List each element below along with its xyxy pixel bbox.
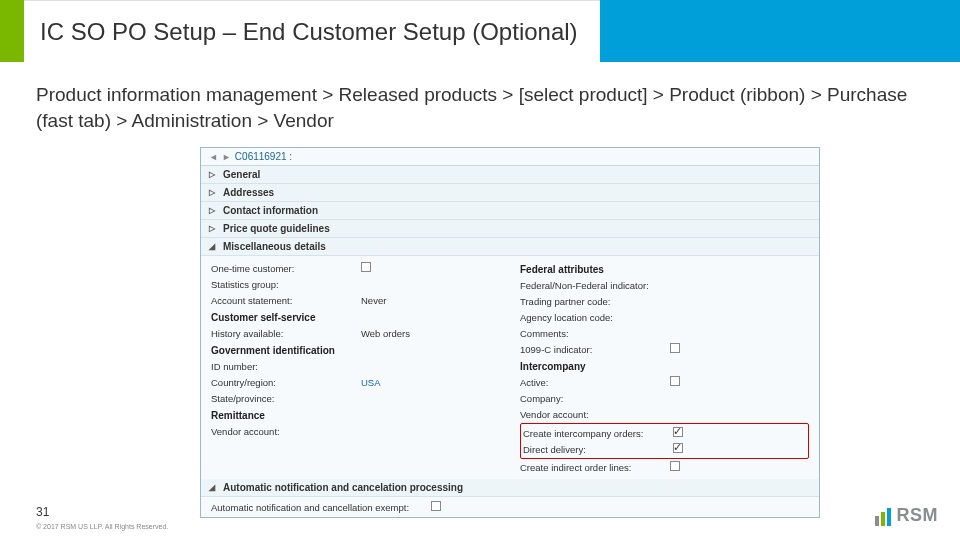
misc-details-body: One-time customer: Statistics group: Acc… bbox=[201, 256, 819, 479]
copyright-text: © 2017 RSM US LLP. All Rights Reserved. bbox=[36, 523, 168, 530]
checkbox[interactable] bbox=[361, 262, 371, 272]
field-trading-partner: Trading partner code: bbox=[520, 293, 809, 309]
caret-right-icon: ▷ bbox=[209, 206, 217, 215]
slide-footer: 31 © 2017 RSM US LLP. All Rights Reserve… bbox=[36, 505, 168, 530]
field-label: One-time customer: bbox=[211, 263, 361, 274]
field-vendor-account-remit: Vendor account: bbox=[211, 423, 500, 439]
field-value bbox=[361, 262, 500, 274]
field-direct-delivery: Direct delivery: bbox=[523, 441, 806, 457]
field-label: Federal/Non-Federal indicator: bbox=[520, 280, 670, 291]
field-auto-exempt: Automatic notification and cancellation … bbox=[211, 499, 500, 515]
page-number: 31 bbox=[36, 505, 168, 519]
field-federal-indicator: Federal/Non-Federal indicator: bbox=[520, 277, 809, 293]
section-addresses[interactable]: ▷Addresses bbox=[201, 184, 819, 202]
field-1099c: 1099-C indicator: bbox=[520, 341, 809, 357]
field-value bbox=[673, 443, 806, 455]
section-label: Automatic notification and cancelation p… bbox=[223, 482, 463, 493]
header-title-area: IC SO PO Setup – End Customer Setup (Opt… bbox=[24, 0, 600, 62]
field-label: Account statement: bbox=[211, 295, 361, 306]
field-label: Company: bbox=[520, 393, 670, 404]
rsm-logo-text: RSM bbox=[897, 505, 939, 526]
field-create-indirect-order-lines: Create indirect order lines: bbox=[520, 459, 809, 475]
right-column bbox=[510, 499, 819, 515]
field-label: Automatic notification and cancellation … bbox=[211, 502, 431, 513]
checkbox[interactable] bbox=[431, 501, 441, 511]
field-create-intercompany-orders: Create intercompany orders: bbox=[523, 425, 806, 441]
field-label: Active: bbox=[520, 377, 670, 388]
section-label: General bbox=[223, 169, 260, 180]
field-label: State/province: bbox=[211, 393, 361, 404]
field-state-province: State/province: bbox=[211, 390, 500, 406]
section-contact[interactable]: ▷Contact information bbox=[201, 202, 819, 220]
section-label: Addresses bbox=[223, 187, 274, 198]
caret-right-icon: ▷ bbox=[209, 224, 217, 233]
field-history-available: History available: Web orders bbox=[211, 325, 500, 341]
auto-notification-body: Automatic notification and cancellation … bbox=[201, 497, 819, 517]
field-value[interactable]: USA bbox=[361, 377, 500, 388]
field-label: ID number: bbox=[211, 361, 361, 372]
field-value bbox=[670, 343, 809, 355]
field-ic-active: Active: bbox=[520, 374, 809, 390]
page-title: IC SO PO Setup – End Customer Setup (Opt… bbox=[40, 18, 578, 46]
section-general[interactable]: ▷General bbox=[201, 166, 819, 184]
right-column: Federal attributes Federal/Non-Federal i… bbox=[510, 260, 819, 475]
section-label: Contact information bbox=[223, 205, 318, 216]
checkbox-checked[interactable] bbox=[673, 427, 683, 437]
field-label: Statistics group: bbox=[211, 279, 361, 290]
field-label: Country/region: bbox=[211, 377, 361, 388]
field-label: Agency location code: bbox=[520, 312, 670, 323]
field-label: Comments: bbox=[520, 328, 670, 339]
slide-header: IC SO PO Setup – End Customer Setup (Opt… bbox=[0, 0, 960, 62]
caret-down-icon: ◢ bbox=[209, 483, 217, 492]
field-ic-company: Company: bbox=[520, 390, 809, 406]
checkbox[interactable] bbox=[670, 461, 680, 471]
section-misc-details[interactable]: ◢Miscellaneous details bbox=[201, 238, 819, 256]
subheading-intercompany: Intercompany bbox=[520, 361, 809, 372]
field-label: Vendor account: bbox=[211, 426, 361, 437]
field-value bbox=[670, 376, 809, 388]
field-label: History available: bbox=[211, 328, 361, 339]
section-price-quote[interactable]: ▷Price quote guidelines bbox=[201, 220, 819, 238]
field-ic-vendor-account: Vendor account: bbox=[520, 406, 809, 422]
field-country-region: Country/region: USA bbox=[211, 374, 500, 390]
section-label: Price quote guidelines bbox=[223, 223, 330, 234]
rsm-logo-bars-icon bbox=[875, 508, 891, 526]
erp-screenshot-panel: ◄ ► C06116921 : ▷General ▷Addresses ▷Con… bbox=[200, 147, 820, 518]
subheading-federal: Federal attributes bbox=[520, 264, 809, 275]
field-statistics-group: Statistics group: bbox=[211, 276, 500, 292]
field-label: Vendor account: bbox=[520, 409, 670, 420]
field-agency-location: Agency location code: bbox=[520, 309, 809, 325]
caret-down-icon: ◢ bbox=[209, 242, 217, 251]
field-label: 1099-C indicator: bbox=[520, 344, 670, 355]
field-one-time-customer: One-time customer: bbox=[211, 260, 500, 276]
field-label: Trading partner code: bbox=[520, 296, 670, 307]
breadcrumb: Product information management > Release… bbox=[0, 62, 960, 141]
field-label: Direct delivery: bbox=[523, 444, 673, 455]
left-column: One-time customer: Statistics group: Acc… bbox=[201, 260, 510, 475]
caret-right-icon: ▷ bbox=[209, 188, 217, 197]
subheading-self-service: Customer self-service bbox=[211, 312, 500, 323]
checkbox[interactable] bbox=[670, 343, 680, 353]
field-label: Create intercompany orders: bbox=[523, 428, 673, 439]
field-id-number: ID number: bbox=[211, 358, 500, 374]
record-id: C06116921 : bbox=[235, 151, 292, 162]
subheading-remittance: Remittance bbox=[211, 410, 500, 421]
chevron-left-icon: ◄ bbox=[209, 152, 218, 162]
section-label: Miscellaneous details bbox=[223, 241, 326, 252]
checkbox[interactable] bbox=[670, 376, 680, 386]
record-breadcrumb: ◄ ► C06116921 : bbox=[201, 148, 819, 166]
header-blue-accent bbox=[600, 0, 960, 62]
caret-right-icon: ▷ bbox=[209, 170, 217, 179]
field-account-statement: Account statement: Never bbox=[211, 292, 500, 308]
field-value bbox=[431, 501, 500, 513]
field-value bbox=[673, 427, 806, 439]
field-label: Create indirect order lines: bbox=[520, 462, 670, 473]
chevron-right-icon: ► bbox=[222, 152, 231, 162]
field-value: Never bbox=[361, 295, 500, 306]
left-column: Automatic notification and cancellation … bbox=[201, 499, 510, 515]
checkbox-checked[interactable] bbox=[673, 443, 683, 453]
rsm-logo: RSM bbox=[875, 505, 939, 526]
section-auto-notification[interactable]: ◢Automatic notification and cancelation … bbox=[201, 479, 819, 497]
subheading-gov-id: Government identification bbox=[211, 345, 500, 356]
field-value: Web orders bbox=[361, 328, 500, 339]
